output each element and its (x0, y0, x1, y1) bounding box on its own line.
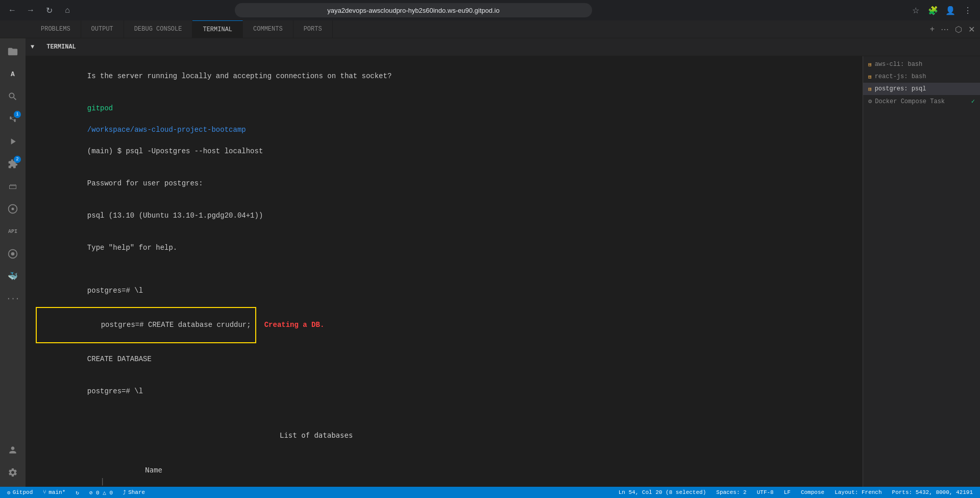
tab-comments[interactable]: COMMENTS (243, 20, 293, 38)
docker-compose-check-icon: ✓ (971, 98, 975, 105)
tab-output[interactable]: OUTPUT (81, 20, 124, 38)
status-gitpod[interactable]: ⊙ Gitpod (5, 489, 35, 496)
status-ports[interactable]: Ports: 5432, 8000, 42191 (890, 489, 975, 495)
activity-icon-files[interactable] (4, 42, 22, 61)
create-result-line: CREATE DATABASE (36, 343, 852, 375)
prompt-gitpod: gitpod (87, 104, 113, 112)
list-cmd2-line: postgres=# \l (36, 375, 852, 408)
bookmark-button[interactable]: ☆ (909, 3, 923, 17)
activity-icon-git[interactable] (4, 245, 22, 263)
docker-compose-gear-icon: ⚙ (868, 98, 872, 105)
activity-icon-source-control[interactable]: 1 (4, 110, 22, 128)
activity-icon-api[interactable]: API (4, 222, 22, 241)
status-bar: ⊙ Gitpod ⑂ main* ↻ ⊘ 0 △ 0 ⤴ Share Ln 54… (0, 487, 980, 498)
terminal-tab-list: ⊞ aws-cli: bash ⊞ react-js: bash ⊞ postg… (863, 56, 980, 487)
terminal-tab-icon-postgres: ⊞ (868, 86, 872, 92)
extensions-badge: 2 (14, 156, 21, 163)
svg-point-0 (12, 208, 14, 210)
terminal-header: ▼ TERMINAL (26, 38, 980, 56)
status-layout[interactable]: Layout: French (832, 489, 884, 495)
tab-terminal[interactable]: TERMINAL (192, 20, 243, 38)
tab-problems[interactable]: PROBLEMS (31, 20, 81, 38)
prompt-cmd: (main) $ psql -Upostgres --host localhos… (87, 147, 263, 155)
terminal-body: Is the server running locally and accept… (26, 56, 980, 487)
terminal-panel: ▼ TERMINAL Is the server running locally… (26, 38, 980, 487)
svg-point-2 (11, 252, 15, 256)
activity-icon-ai[interactable]: A (4, 65, 22, 83)
terminal-tab-docker-compose[interactable]: ⚙ Docker Compose Task ✓ (863, 95, 980, 108)
forward-button[interactable]: → (23, 3, 38, 17)
empty-line-2 (36, 408, 852, 418)
empty-line-1 (36, 264, 852, 275)
terminal-title: TERMINAL (46, 43, 76, 51)
terminal-tab-icon-react-js: ⊞ (868, 74, 872, 80)
activity-icon-remote[interactable] (4, 200, 22, 218)
split-terminal-button[interactable]: ⋯ (940, 23, 950, 35)
gitpod-icon: ⊙ (7, 489, 11, 496)
list-cmd-line: postgres=# \l (36, 275, 852, 307)
terminal-expand-icon[interactable]: ▼ (31, 43, 34, 51)
terminal-tab-icon-aws-cli: ⊞ (868, 61, 872, 68)
psql-prompt-line: gitpod /workspace/aws-cloud-project-boot… (36, 92, 852, 168)
activity-icon-search[interactable] (4, 87, 22, 106)
extensions-button[interactable]: 🧩 (926, 3, 940, 17)
main-area: A 1 2 🗃 API 🐳 ··· (0, 38, 980, 487)
table-col-headers: Name | Owner | Encoding | Collate | Ctyp… (36, 453, 852, 487)
source-control-badge: 1 (14, 111, 21, 118)
tab-bar-actions: + ⋯ ⬡ ✕ (929, 23, 980, 35)
share-icon: ⤴ (123, 489, 126, 496)
table-header-line: List of databases (36, 418, 852, 453)
activity-bar-bottom (4, 441, 22, 487)
maximize-panel-button[interactable]: ⬡ (954, 23, 963, 35)
activity-icon-database[interactable]: 🗃 (4, 177, 22, 196)
help-line: Type "help" for help. (36, 232, 852, 264)
status-git-branch[interactable]: ⑂ main* (41, 489, 67, 495)
status-spaces[interactable]: Spaces: 2 (714, 489, 748, 495)
status-errors[interactable]: ⊘ 0 △ 0 (87, 489, 115, 496)
panel-tab-bar: PROBLEMS OUTPUT DEBUG CONSOLE TERMINAL C… (0, 20, 980, 38)
profile-button[interactable]: 👤 (943, 3, 958, 17)
home-button[interactable]: ⌂ (60, 3, 75, 17)
psql-version-line: psql (13.10 (Ubuntu 13.10-1.pgdg20.04+1)… (36, 200, 852, 232)
activity-icon-run-debug[interactable] (4, 132, 22, 151)
status-bar-right: Ln 54, Col 20 (8 selected) Spaces: 2 UTF… (617, 489, 975, 495)
status-language[interactable]: Compose (799, 489, 826, 495)
menu-button[interactable]: ⋮ (961, 3, 975, 17)
refresh-button[interactable]: ↻ (42, 3, 56, 17)
create-cmd-box: postgres=# CREATE database cruddur; (36, 307, 256, 343)
terminal-tab-postgres[interactable]: ⊞ postgres: psql (863, 83, 980, 95)
back-button[interactable]: ← (5, 3, 19, 17)
status-sync[interactable]: ↻ (74, 489, 81, 496)
terminal-output[interactable]: Is the server running locally and accept… (26, 56, 863, 487)
browser-bar: ← → ↻ ⌂ ☆ 🧩 👤 ⋮ (0, 0, 980, 20)
activity-icon-account[interactable] (4, 441, 22, 459)
database-table: List of databases Name | Owner | Encodin… (36, 418, 852, 487)
terminal-tab-react-js[interactable]: ⊞ react-js: bash (863, 70, 980, 83)
vscode-editor: PROBLEMS OUTPUT DEBUG CONSOLE TERMINAL C… (0, 20, 980, 498)
new-terminal-button[interactable]: + (929, 23, 936, 35)
terminal-tab-aws-cli[interactable]: ⊞ aws-cli: bash (863, 58, 980, 70)
activity-icon-extensions[interactable]: 2 (4, 155, 22, 173)
tab-debug-console[interactable]: DEBUG CONSOLE (124, 20, 193, 38)
status-encoding[interactable]: UTF-8 (755, 489, 776, 495)
create-cmd-line: postgres=# CREATE database cruddur; Crea… (36, 307, 852, 343)
activity-icon-more[interactable]: ··· (4, 290, 22, 308)
prompt-path: /workspace/aws-cloud-project-bootcamp (87, 126, 246, 134)
git-branch-icon: ⑂ (43, 489, 46, 495)
password-line: Password for user postgres: (36, 168, 852, 200)
create-comment: Creating a DB. (264, 320, 325, 330)
server-msg-line: Is the server running locally and accept… (36, 60, 852, 92)
status-line-ending[interactable]: LF (782, 489, 793, 495)
tab-ports[interactable]: PORTS (293, 20, 333, 38)
close-panel-button[interactable]: ✕ (967, 23, 976, 35)
activity-bar: A 1 2 🗃 API 🐳 ··· (0, 38, 26, 487)
activity-icon-settings[interactable] (4, 463, 22, 482)
status-ln-col[interactable]: Ln 54, Col 20 (8 selected) (617, 489, 708, 495)
status-share[interactable]: ⤴ Share (121, 489, 147, 496)
browser-actions: ☆ 🧩 👤 ⋮ (909, 3, 975, 17)
activity-icon-docker[interactable]: 🐳 (4, 267, 22, 286)
url-bar[interactable] (235, 3, 592, 17)
